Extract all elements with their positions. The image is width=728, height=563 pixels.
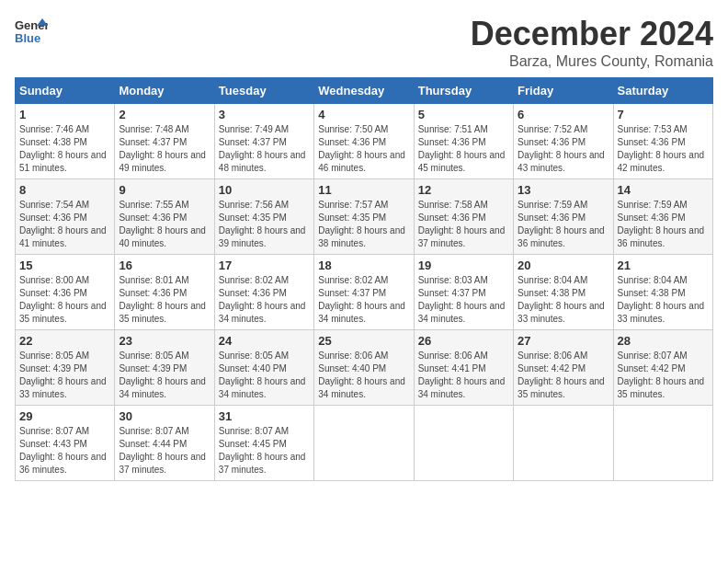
day-number: 21 xyxy=(618,259,709,272)
day-info: Sunrise: 7:55 AM Sunset: 4:36 PM Dayligh… xyxy=(119,199,210,250)
calendar-day-cell: 22Sunrise: 8:05 AM Sunset: 4:39 PM Dayli… xyxy=(16,330,115,406)
day-info: Sunrise: 8:03 AM Sunset: 4:37 PM Dayligh… xyxy=(418,274,509,326)
day-info: Sunrise: 7:51 AM Sunset: 4:36 PM Dayligh… xyxy=(418,123,509,175)
day-number: 25 xyxy=(318,334,409,348)
calendar-day-cell: 31Sunrise: 8:07 AM Sunset: 4:45 PM Dayli… xyxy=(214,406,313,481)
calendar-week-row: 15Sunrise: 8:00 AM Sunset: 4:36 PM Dayli… xyxy=(16,255,713,330)
day-info: Sunrise: 8:05 AM Sunset: 4:40 PM Dayligh… xyxy=(219,350,310,401)
day-info: Sunrise: 8:07 AM Sunset: 4:44 PM Dayligh… xyxy=(119,425,210,477)
day-number: 30 xyxy=(119,409,210,423)
day-number: 6 xyxy=(518,108,609,121)
day-number: 27 xyxy=(518,334,609,348)
day-info: Sunrise: 7:54 AM Sunset: 4:36 PM Dayligh… xyxy=(19,199,110,250)
calendar-day-cell: 17Sunrise: 8:02 AM Sunset: 4:36 PM Dayli… xyxy=(214,255,313,330)
day-info: Sunrise: 8:06 AM Sunset: 4:41 PM Dayligh… xyxy=(418,350,509,401)
calendar-day-cell: 13Sunrise: 7:59 AM Sunset: 4:36 PM Dayli… xyxy=(514,179,613,255)
day-number: 2 xyxy=(119,108,210,121)
calendar-day-cell: 18Sunrise: 8:02 AM Sunset: 4:37 PM Dayli… xyxy=(314,255,414,330)
calendar-day-cell: 7Sunrise: 7:53 AM Sunset: 4:36 PM Daylig… xyxy=(613,104,712,179)
calendar-week-row: 1Sunrise: 7:46 AM Sunset: 4:38 PM Daylig… xyxy=(16,104,713,179)
day-info: Sunrise: 8:07 AM Sunset: 4:45 PM Dayligh… xyxy=(219,425,310,477)
day-info: Sunrise: 8:04 AM Sunset: 4:38 PM Dayligh… xyxy=(618,274,709,326)
day-number: 4 xyxy=(318,108,409,121)
day-info: Sunrise: 7:48 AM Sunset: 4:37 PM Dayligh… xyxy=(119,123,210,175)
day-number: 10 xyxy=(219,183,310,197)
calendar-day-cell: 25Sunrise: 8:06 AM Sunset: 4:40 PM Dayli… xyxy=(314,330,414,406)
calendar-day-cell: 2Sunrise: 7:48 AM Sunset: 4:37 PM Daylig… xyxy=(115,104,214,179)
day-number: 9 xyxy=(119,183,210,197)
day-info: Sunrise: 7:46 AM Sunset: 4:38 PM Dayligh… xyxy=(19,123,110,175)
day-info: Sunrise: 8:07 AM Sunset: 4:42 PM Dayligh… xyxy=(618,350,709,401)
logo-icon: GeneralBlue xyxy=(15,15,48,48)
calendar-day-cell: 10Sunrise: 7:56 AM Sunset: 4:35 PM Dayli… xyxy=(214,179,313,255)
day-number: 16 xyxy=(119,259,210,272)
calendar-week-row: 29Sunrise: 8:07 AM Sunset: 4:43 PM Dayli… xyxy=(16,406,713,481)
calendar-table: SundayMondayTuesdayWednesdayThursdayFrid… xyxy=(15,77,713,481)
main-title: December 2024 xyxy=(471,15,713,53)
svg-text:Blue: Blue xyxy=(15,31,40,45)
day-info: Sunrise: 7:53 AM Sunset: 4:36 PM Dayligh… xyxy=(618,123,709,175)
sub-title: Barza, Mures County, Romania xyxy=(471,53,713,70)
calendar-day-cell: 8Sunrise: 7:54 AM Sunset: 4:36 PM Daylig… xyxy=(16,179,115,255)
day-number: 18 xyxy=(318,259,409,272)
calendar-day-cell: 21Sunrise: 8:04 AM Sunset: 4:38 PM Dayli… xyxy=(613,255,712,330)
calendar-day-cell: 5Sunrise: 7:51 AM Sunset: 4:36 PM Daylig… xyxy=(414,104,513,179)
calendar-day-cell: 3Sunrise: 7:49 AM Sunset: 4:37 PM Daylig… xyxy=(214,104,313,179)
calendar-day-cell: 19Sunrise: 8:03 AM Sunset: 4:37 PM Dayli… xyxy=(414,255,513,330)
day-info: Sunrise: 7:59 AM Sunset: 4:36 PM Dayligh… xyxy=(618,199,709,250)
calendar-day-cell: 30Sunrise: 8:07 AM Sunset: 4:44 PM Dayli… xyxy=(115,406,214,481)
calendar-day-cell: 16Sunrise: 8:01 AM Sunset: 4:36 PM Dayli… xyxy=(115,255,214,330)
calendar-day-cell: 6Sunrise: 7:52 AM Sunset: 4:36 PM Daylig… xyxy=(514,104,613,179)
calendar-day-cell: 1Sunrise: 7:46 AM Sunset: 4:38 PM Daylig… xyxy=(16,104,115,179)
day-number: 20 xyxy=(518,259,609,272)
day-info: Sunrise: 7:52 AM Sunset: 4:36 PM Dayligh… xyxy=(518,123,609,175)
day-number: 28 xyxy=(618,334,709,348)
calendar-day-cell xyxy=(414,406,513,481)
calendar-day-cell: 14Sunrise: 7:59 AM Sunset: 4:36 PM Dayli… xyxy=(613,179,712,255)
day-info: Sunrise: 7:50 AM Sunset: 4:36 PM Dayligh… xyxy=(318,123,409,175)
calendar-body: 1Sunrise: 7:46 AM Sunset: 4:38 PM Daylig… xyxy=(16,104,713,481)
day-number: 3 xyxy=(219,108,310,121)
day-info: Sunrise: 8:06 AM Sunset: 4:40 PM Dayligh… xyxy=(318,350,409,401)
calendar-day-cell: 27Sunrise: 8:06 AM Sunset: 4:42 PM Dayli… xyxy=(514,330,613,406)
day-number: 26 xyxy=(418,334,509,348)
day-number: 8 xyxy=(19,183,110,197)
calendar-day-cell xyxy=(314,406,414,481)
calendar-day-cell xyxy=(514,406,613,481)
calendar-day-header: Saturday xyxy=(613,78,712,104)
calendar-day-cell: 15Sunrise: 8:00 AM Sunset: 4:36 PM Dayli… xyxy=(16,255,115,330)
day-number: 19 xyxy=(418,259,509,272)
day-number: 15 xyxy=(19,259,110,272)
day-info: Sunrise: 8:02 AM Sunset: 4:37 PM Dayligh… xyxy=(318,274,409,326)
calendar-day-cell: 11Sunrise: 7:57 AM Sunset: 4:35 PM Dayli… xyxy=(314,179,414,255)
day-info: Sunrise: 7:56 AM Sunset: 4:35 PM Dayligh… xyxy=(219,199,310,250)
calendar-day-header: Monday xyxy=(115,78,214,104)
calendar-day-cell xyxy=(613,406,712,481)
calendar-day-cell: 9Sunrise: 7:55 AM Sunset: 4:36 PM Daylig… xyxy=(115,179,214,255)
day-number: 29 xyxy=(19,409,110,423)
calendar-day-header: Sunday xyxy=(16,78,115,104)
day-info: Sunrise: 8:05 AM Sunset: 4:39 PM Dayligh… xyxy=(119,350,210,401)
day-number: 31 xyxy=(219,409,310,423)
day-info: Sunrise: 7:57 AM Sunset: 4:35 PM Dayligh… xyxy=(318,199,409,250)
day-info: Sunrise: 8:06 AM Sunset: 4:42 PM Dayligh… xyxy=(518,350,609,401)
day-info: Sunrise: 8:01 AM Sunset: 4:36 PM Dayligh… xyxy=(119,274,210,326)
calendar-day-cell: 26Sunrise: 8:06 AM Sunset: 4:41 PM Dayli… xyxy=(414,330,513,406)
day-info: Sunrise: 8:04 AM Sunset: 4:38 PM Dayligh… xyxy=(518,274,609,326)
day-number: 17 xyxy=(219,259,310,272)
day-number: 7 xyxy=(618,108,709,121)
calendar-week-row: 8Sunrise: 7:54 AM Sunset: 4:36 PM Daylig… xyxy=(16,179,713,255)
calendar-day-header: Tuesday xyxy=(214,78,313,104)
calendar-day-cell: 4Sunrise: 7:50 AM Sunset: 4:36 PM Daylig… xyxy=(314,104,414,179)
day-number: 5 xyxy=(418,108,509,121)
calendar-day-header: Wednesday xyxy=(314,78,414,104)
day-info: Sunrise: 7:49 AM Sunset: 4:37 PM Dayligh… xyxy=(219,123,310,175)
calendar-day-cell: 29Sunrise: 8:07 AM Sunset: 4:43 PM Dayli… xyxy=(16,406,115,481)
calendar-day-cell: 20Sunrise: 8:04 AM Sunset: 4:38 PM Dayli… xyxy=(514,255,613,330)
calendar-day-header: Friday xyxy=(514,78,613,104)
day-number: 23 xyxy=(119,334,210,348)
calendar-day-cell: 12Sunrise: 7:58 AM Sunset: 4:36 PM Dayli… xyxy=(414,179,513,255)
calendar-day-cell: 28Sunrise: 8:07 AM Sunset: 4:42 PM Dayli… xyxy=(613,330,712,406)
calendar-day-cell: 23Sunrise: 8:05 AM Sunset: 4:39 PM Dayli… xyxy=(115,330,214,406)
calendar-header-row: SundayMondayTuesdayWednesdayThursdayFrid… xyxy=(16,78,713,104)
